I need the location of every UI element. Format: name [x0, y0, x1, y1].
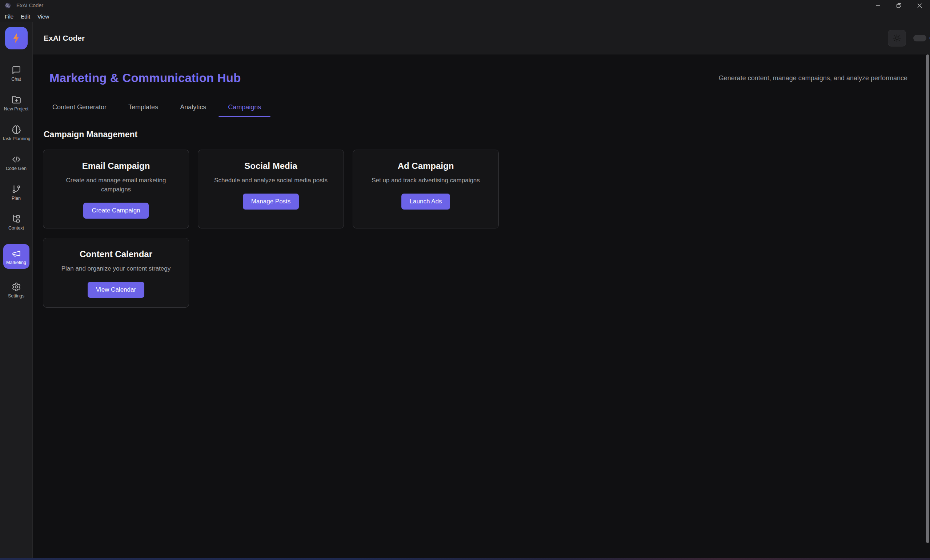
git-branch-icon — [12, 184, 21, 194]
sidebar-nav: Chat New Project Task Planning Code Gen … — [0, 65, 32, 299]
lightning-bolt-icon — [10, 32, 23, 44]
restore-icon — [896, 3, 902, 8]
window-titlebar: ExAI Coder — [0, 0, 930, 11]
content-header: ExAI Coder Conn — [33, 22, 930, 54]
tabbar: Content Generator Templates Analytics Ca… — [43, 91, 920, 117]
gear-icon — [12, 282, 21, 292]
code-icon — [12, 155, 21, 164]
tab-content-generator[interactable]: Content Generator — [43, 91, 116, 117]
sidebar-item-new-project[interactable]: New Project — [2, 95, 31, 112]
megaphone-icon — [12, 249, 21, 258]
card-description: Schedule and analyze social media posts — [214, 176, 328, 185]
launch-ads-button[interactable]: Launch Ads — [401, 193, 450, 210]
minimize-button[interactable] — [868, 0, 888, 11]
page-subtitle: Generate content, manage campaigns, and … — [719, 74, 907, 82]
header-app-title: ExAI Coder — [44, 34, 85, 43]
vertical-scrollbar[interactable] — [926, 54, 929, 543]
sidebar-item-chat[interactable]: Chat — [2, 65, 31, 82]
window-title: ExAI Coder — [16, 3, 43, 8]
sidebar-item-settings[interactable]: Settings — [2, 282, 31, 299]
header-actions: Conn — [888, 22, 930, 54]
sidebar-item-label: New Project — [4, 106, 28, 112]
main-content: ExAI Coder Conn Marketing & Communicatio… — [33, 22, 930, 560]
taskbar-edge — [0, 558, 930, 560]
card-title: Social Media — [244, 161, 297, 171]
minimize-icon — [876, 3, 881, 8]
maximize-button[interactable] — [888, 0, 909, 11]
view-calendar-button[interactable]: View Calendar — [88, 282, 144, 298]
app-logo — [5, 27, 28, 49]
card-description: Plan and organize your content strategy — [62, 264, 171, 273]
sidebar-item-label: Marketing — [6, 260, 26, 265]
social-media-card: Social Media Schedule and analyze social… — [198, 150, 344, 229]
folder-plus-icon — [12, 95, 21, 104]
sidebar-item-context[interactable]: Context — [2, 214, 31, 231]
card-description: Create and manage email marketing campai… — [58, 176, 174, 194]
theme-toggle-button[interactable] — [888, 30, 906, 46]
marketing-page: Marketing & Communication Hub Generate c… — [33, 54, 930, 560]
window-controls — [868, 0, 930, 11]
section-heading: Campaign Management — [44, 130, 920, 140]
sidebar-item-label: Plan — [12, 196, 21, 201]
chat-icon — [12, 65, 21, 75]
tab-analytics[interactable]: Analytics — [171, 91, 216, 117]
sidebar-item-label: Code Gen — [6, 166, 26, 171]
card-title: Ad Campaign — [398, 161, 454, 171]
connection-toggle[interactable] — [913, 35, 926, 41]
campaign-cards: Email Campaign Create and manage email m… — [43, 150, 920, 308]
close-icon — [917, 3, 922, 8]
close-button[interactable] — [909, 0, 930, 11]
brain-icon — [12, 125, 21, 134]
sidebar-item-label: Task Planning — [2, 136, 31, 141]
connection-status: Conn — [913, 35, 930, 41]
menu-file[interactable]: File — [1, 12, 17, 21]
menubar: File Edit View — [0, 11, 930, 22]
sidebar-item-label: Chat — [11, 77, 21, 82]
card-description: Set up and track advertising campaigns — [371, 176, 480, 185]
sidebar-item-marketing[interactable]: Marketing — [3, 244, 29, 269]
sun-icon — [893, 34, 901, 43]
app-icon — [5, 3, 11, 9]
manage-posts-button[interactable]: Manage Posts — [243, 193, 299, 210]
tab-templates[interactable]: Templates — [119, 91, 168, 117]
card-title: Email Campaign — [82, 161, 150, 171]
tab-campaigns[interactable]: Campaigns — [219, 91, 271, 117]
content-calendar-card: Content Calendar Plan and organize your … — [43, 238, 189, 308]
create-campaign-button[interactable]: Create Campaign — [83, 203, 148, 219]
sidebar-item-code-gen[interactable]: Code Gen — [2, 155, 31, 171]
email-campaign-card: Email Campaign Create and manage email m… — [43, 150, 189, 229]
sidebar-item-label: Context — [8, 226, 24, 231]
card-title: Content Calendar — [80, 249, 152, 259]
tree-hierarchy-icon — [12, 214, 21, 224]
sidebar-item-label: Settings — [8, 293, 25, 299]
sidebar: Chat New Project Task Planning Code Gen … — [0, 22, 33, 560]
page-title: Marketing & Communication Hub — [49, 71, 241, 85]
menu-edit[interactable]: Edit — [17, 12, 34, 21]
sidebar-item-plan[interactable]: Plan — [2, 184, 31, 201]
menu-view[interactable]: View — [34, 12, 53, 21]
sidebar-item-task-planning[interactable]: Task Planning — [2, 125, 31, 141]
ad-campaign-card: Ad Campaign Set up and track advertising… — [353, 150, 499, 229]
